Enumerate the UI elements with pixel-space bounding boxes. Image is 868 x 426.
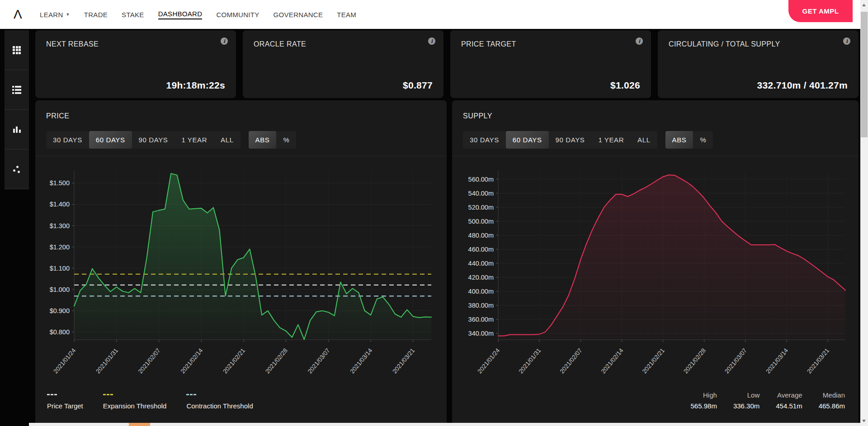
sidebar-item-list[interactable] [5, 70, 29, 110]
ampleforth-logo[interactable]: Λ [14, 7, 34, 22]
stat-high: High 565.98m [691, 391, 717, 410]
info-icon[interactable]: i [428, 37, 435, 45]
svg-text:2021/03/21: 2021/03/21 [391, 347, 416, 375]
price-unit---button[interactable]: % [276, 131, 296, 149]
vertical-scrollbar-thumb[interactable] [861, 12, 868, 137]
svg-text:400.00m: 400.00m [468, 288, 494, 295]
nav-link-stake[interactable]: STAKE [122, 11, 144, 19]
horizontal-scrollbar-accent [129, 423, 150, 426]
price-target-card: PRICE TARGET i $1.026 [450, 30, 651, 98]
supply-range-all-button[interactable]: ALL [631, 131, 657, 149]
supply-range-1-year-button[interactable]: 1 YEAR [591, 131, 631, 149]
supply-panel-title: SUPPLY [452, 100, 859, 120]
nav-link-community[interactable]: COMMUNITY [216, 11, 259, 19]
legend-item-price-target: Price Target [47, 394, 83, 410]
supply-range-button-group: 30 DAYS60 DAYS90 DAYS1 YEARALL [463, 131, 657, 149]
price-chart[interactable]: $1.500$1.400$1.300$1.200$1.100$1.000$0.9… [38, 164, 444, 389]
supply-chart[interactable]: 560.00m540.00m520.00m500.00m480.00m460.0… [455, 164, 855, 389]
info-icon[interactable]: i [636, 37, 643, 45]
nav-link-team[interactable]: TEAM [337, 11, 356, 19]
svg-text:520.00m: 520.00m [468, 204, 494, 211]
supply-panel: SUPPLY 30 DAYS60 DAYS90 DAYS1 YEARALL AB… [452, 100, 859, 426]
grid-icon [13, 46, 21, 54]
svg-text:2021/02/14: 2021/02/14 [600, 347, 625, 375]
nav-link-learn[interactable]: LEARN ▼ [40, 11, 70, 19]
info-icon[interactable]: i [843, 37, 850, 45]
oracle-rate-card: ORACLE RATE i $0.877 [243, 30, 443, 98]
scatter-icon [12, 165, 21, 174]
price-range-button-group: 30 DAYS60 DAYS90 DAYS1 YEARALL [46, 131, 241, 149]
svg-text:2021/02/14: 2021/02/14 [179, 347, 204, 375]
svg-text:2021/01/24: 2021/01/24 [52, 347, 77, 375]
supply-range-60-days-button[interactable]: 60 DAYS [506, 131, 549, 149]
price-range-all-button[interactable]: ALL [214, 131, 241, 149]
svg-text:$1.300: $1.300 [50, 222, 70, 229]
get-ampl-button[interactable]: GET AMPL [788, 0, 853, 22]
sidebar-item-charts[interactable] [5, 110, 29, 150]
vertical-scrollbar[interactable] [860, 0, 868, 426]
price-range-30-days-button[interactable]: 30 DAYS [46, 131, 89, 149]
svg-text:2021/02/07: 2021/02/07 [559, 347, 584, 375]
svg-text:$1.500: $1.500 [50, 179, 70, 187]
legend-item-expansion-threshold: Expansion Threshold [103, 394, 167, 410]
supply-stats: High 565.98m Low 336.30m Average 454.51m… [691, 391, 845, 410]
svg-text:2021/02/28: 2021/02/28 [264, 347, 289, 375]
svg-text:$0.900: $0.900 [50, 307, 70, 314]
price-range-1-year-button[interactable]: 1 YEAR [175, 131, 214, 149]
price-unit-button-group: ABS% [249, 131, 297, 149]
next-rebase-card: NEXT REBASE i 19h:18m:22s [35, 30, 236, 98]
supply-card: CIRCULATING / TOTAL SUPPLY i 332.710m / … [658, 30, 859, 98]
supply-unit-abs-button[interactable]: ABS [665, 131, 693, 149]
sidebar-item-dashboard-grid[interactable] [5, 30, 29, 70]
price-target-dash-swatch [47, 394, 57, 395]
left-icon-rail [5, 30, 29, 189]
card-title: PRICE TARGET [461, 40, 640, 48]
supply-range-30-days-button[interactable]: 30 DAYS [463, 131, 506, 149]
svg-text:360.00m: 360.00m [468, 316, 494, 323]
sidebar-item-network[interactable] [5, 150, 29, 189]
oracle-rate-value: $0.877 [254, 80, 433, 91]
svg-text:500.00m: 500.00m [468, 218, 494, 225]
supply-range-90-days-button[interactable]: 90 DAYS [549, 131, 592, 149]
svg-text:2021/02/28: 2021/02/28 [682, 347, 707, 375]
price-chart-controls: 30 DAYS60 DAYS90 DAYS1 YEARALL ABS% [35, 131, 447, 156]
price-target-value: $1.026 [461, 80, 640, 91]
price-chart-legend: Price Target Expansion Threshold Contrac… [47, 394, 253, 410]
svg-text:560.00m: 560.00m [468, 176, 494, 183]
price-unit-abs-button[interactable]: ABS [249, 131, 277, 149]
bar-chart-icon [13, 126, 21, 133]
supply-unit---button[interactable]: % [693, 131, 713, 149]
stat-median: Median 465.86m [819, 391, 845, 410]
svg-text:2021/03/07: 2021/03/07 [723, 347, 748, 375]
nav-link-trade[interactable]: TRADE [84, 11, 108, 19]
list-icon [12, 86, 21, 94]
stat-cards-row: NEXT REBASE i 19h:18m:22s ORACLE RATE i … [35, 30, 859, 98]
horizontal-scrollbar[interactable] [29, 423, 860, 426]
price-range-60-days-button[interactable]: 60 DAYS [89, 131, 132, 149]
svg-text:$1.000: $1.000 [50, 286, 70, 293]
svg-text:2021/02/21: 2021/02/21 [641, 347, 666, 375]
scroll-down-arrow-icon[interactable] [862, 420, 866, 422]
card-title: NEXT REBASE [46, 40, 225, 48]
top-navigation: Λ LEARN ▼ TRADE STAKE DASHBOARD COMMUNIT… [0, 0, 860, 29]
circulating-total-supply-value: 332.710m / 401.27m [669, 80, 848, 91]
info-icon[interactable]: i [221, 37, 228, 45]
svg-text:2021/02/21: 2021/02/21 [222, 347, 246, 375]
scroll-up-arrow-icon[interactable] [862, 4, 866, 6]
svg-text:340.00m: 340.00m [468, 330, 494, 337]
price-panel: PRICE 30 DAYS60 DAYS90 DAYS1 YEARALL ABS… [35, 100, 447, 426]
svg-text:540.00m: 540.00m [468, 190, 494, 197]
price-panel-title: PRICE [35, 100, 447, 120]
legend-item-contraction-threshold: Contraction Threshold [186, 394, 253, 410]
svg-text:$1.200: $1.200 [50, 243, 70, 251]
svg-text:2021/03/14: 2021/03/14 [764, 347, 789, 375]
nav-link-governance[interactable]: GOVERNANCE [274, 11, 323, 19]
stat-average: Average 454.51m [776, 391, 802, 410]
nav-link-dashboard[interactable]: DASHBOARD [158, 10, 203, 19]
next-rebase-value: 19h:18m:22s [46, 80, 225, 91]
svg-text:2021/01/24: 2021/01/24 [476, 347, 501, 375]
nav-links: LEARN ▼ TRADE STAKE DASHBOARD COMMUNITY … [40, 10, 356, 19]
svg-text:2021/03/07: 2021/03/07 [307, 347, 331, 375]
price-range-90-days-button[interactable]: 90 DAYS [132, 131, 175, 149]
nav-link-label: LEARN [40, 11, 63, 19]
